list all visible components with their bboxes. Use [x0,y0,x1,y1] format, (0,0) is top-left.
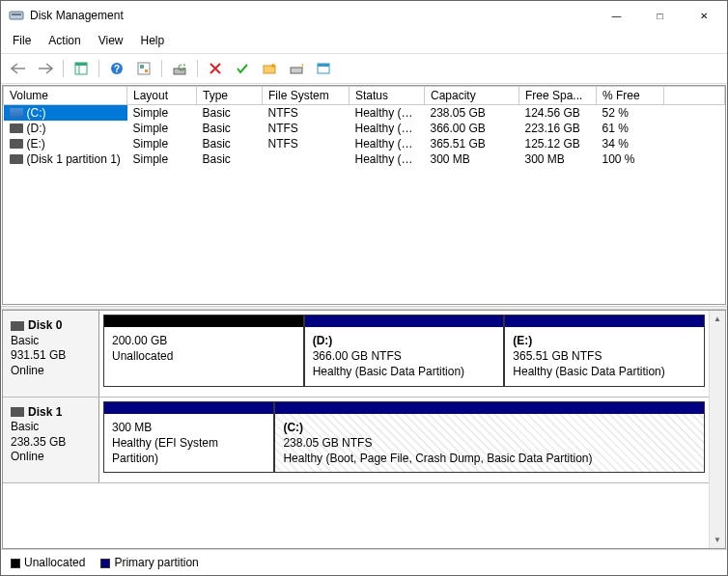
legend-unallocated: Unallocated [11,556,85,569]
scroll-up-icon[interactable]: ▲ [710,311,725,327]
menu-file[interactable]: File [11,32,33,49]
menubar: File Action View Help [1,30,727,54]
legend: Unallocated Primary partition [1,549,727,575]
volume-list: VolumeLayoutTypeFile SystemStatusCapacit… [2,85,726,305]
disk-row: Disk 0Basic931.51 GBOnline200.00 GBUnall… [3,311,709,398]
disk-wizard-icon[interactable]: ★ [285,58,308,79]
table-row[interactable]: (D:)SimpleBasicNTFSHealthy (B...366.00 G… [4,121,725,136]
panel-icon[interactable] [70,58,93,79]
settings-icon[interactable] [132,58,155,79]
titlebar: Disk Management — □ ✕ [1,1,727,30]
forward-button[interactable] [34,58,57,79]
table-row[interactable]: (Disk 1 partition 1)SimpleBasicHealthy (… [4,151,725,167]
partition[interactable]: 300 MBHealthy (EFI System Partition) [103,401,274,474]
disk-icon [11,407,24,417]
close-button[interactable]: ✕ [682,2,725,30]
partition[interactable]: 200.00 GBUnallocated [103,315,304,387]
properties-icon[interactable] [312,58,335,79]
svg-rect-3 [75,63,87,66]
delete-icon[interactable] [204,58,227,79]
disk-icon [11,321,24,331]
svg-text:?: ? [114,64,120,74]
help-icon[interactable]: ? [105,58,128,79]
svg-text:★: ★ [300,63,303,69]
partition[interactable]: (C:)238.05 GB NTFSHealthy (Boot, Page Fi… [274,401,705,474]
table-row[interactable]: (E:)SimpleBasicNTFSHealthy (B...365.51 G… [4,136,725,151]
vertical-scrollbar[interactable]: ▲ ▼ [709,311,725,548]
app-icon [9,8,24,23]
svg-rect-15 [318,64,329,67]
back-button[interactable] [7,58,30,79]
disk-header[interactable]: Disk 1Basic238.35 GBOnline [3,398,99,483]
table-row[interactable]: (C:)SimpleBasicNTFSHealthy (B...238.05 G… [4,105,725,122]
menu-action[interactable]: Action [46,32,82,49]
partition[interactable]: (D:)366.00 GB NTFSHealthy (Basic Data Pa… [304,315,505,387]
maximize-button[interactable]: □ [638,2,682,30]
drive-icon [10,154,23,164]
disk-row: Disk 1Basic238.35 GBOnline300 MBHealthy … [3,398,709,484]
new-folder-icon[interactable] [258,58,281,79]
window-title: Disk Management [30,9,595,22]
drive-icon [10,139,23,149]
partition[interactable]: (E:)365.51 GB NTFSHealthy (Basic Data Pa… [504,315,705,387]
check-icon[interactable] [231,58,254,79]
partition-stripe [305,315,504,327]
partition-stripe [275,402,704,414]
scroll-down-icon[interactable]: ▼ [710,532,725,548]
refresh-icon[interactable] [168,58,191,79]
partition-stripe [505,315,704,327]
toolbar: ? ★ [1,54,727,84]
legend-primary: Primary partition [100,556,198,569]
menu-help[interactable]: Help [139,32,167,49]
drive-icon [10,123,23,133]
menu-view[interactable]: View [97,32,126,49]
minimize-button[interactable]: — [595,2,638,30]
disk-map-panel: Disk 0Basic931.51 GBOnline200.00 GBUnall… [2,310,726,549]
partition-stripe [104,402,273,414]
partition-stripe [104,315,303,327]
svg-rect-9 [145,69,148,72]
column-headers[interactable]: VolumeLayoutTypeFile SystemStatusCapacit… [4,87,725,105]
svg-rect-8 [140,65,144,69]
drive-icon [10,108,23,118]
disk-header[interactable]: Disk 0Basic931.51 GBOnline [3,311,99,397]
svg-rect-1 [12,14,21,15]
